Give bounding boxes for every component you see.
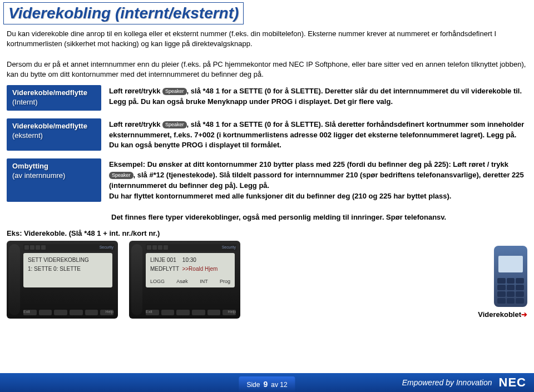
arrow-right-icon: ➔ — [521, 310, 527, 319]
section-label-ombytting: Ombytting (av internnumre) — [7, 158, 101, 201]
nec-logo: NEC — [499, 375, 526, 390]
phone2-softkeys: Exit Help — [146, 310, 236, 315]
section-body-ombytting: Eksempel: Du ønsker at ditt kontornummer… — [109, 158, 527, 201]
phone-illustration-1: Security SETT VIDEREKOBLING 1: SETTE 0: … — [7, 241, 118, 319]
phone-top-keys: Security — [146, 244, 237, 251]
footer-tagline: Empowered by Innovation — [402, 378, 492, 387]
section-ekstern: Viderekoble/medflytte (eksternt) Løft rø… — [0, 118, 534, 159]
page-title: Viderekobling (internt/eksternt) — [8, 4, 239, 22]
section-label-ekstern: Viderekoble/medflytte (eksternt) — [7, 118, 101, 151]
section-body-intern: Løft røret/trykk Speaker, slå *48 1 for … — [109, 85, 527, 111]
section-body-ekstern: Løft røret/trykk Speaker, slå *48 1 for … — [109, 118, 527, 151]
note-line: Det finnes flere typer viderekoblinger, … — [0, 210, 534, 222]
intro-text: Du kan viderekoble dine anrop til en kol… — [0, 29, 534, 85]
phone2-screen: LINJE 001 10:30 MEDFLYTT >>Roald Hjem LO… — [146, 253, 235, 287]
section-intern: Viderekoble/medflytte (Internt) Løft rør… — [0, 85, 534, 118]
phone-illustration-2: Security LINJE 001 10:30 MEDFLYTT >>Roal… — [129, 241, 240, 319]
section-ombytting: Ombytting (av internnumre) Eksempel: Du … — [0, 158, 534, 209]
page-title-bar: Viderekobling (internt/eksternt) — [3, 2, 244, 24]
phone1-softkeys: Exit Help — [23, 310, 113, 315]
speaker-key-icon: Speaker — [162, 121, 187, 128]
handset-icon — [9, 244, 20, 315]
speaker-key-icon: Speaker — [162, 88, 187, 95]
intro-p1: Du kan viderekoble dine anrop til en kol… — [7, 29, 527, 49]
example-heading: Eks: Viderekoble. (Slå *48 1 + int. nr./… — [0, 222, 534, 241]
mobile-phone-icon — [494, 246, 527, 307]
intro-p2: Dersom du er på et annet internnummer en… — [7, 59, 527, 80]
handset-icon — [131, 244, 142, 315]
mobile-col: Viderekoblet➔ — [478, 246, 527, 319]
section-label-intern: Viderekoble/medflytte (Internt) — [7, 85, 101, 111]
mobile-label: Viderekoblet➔ — [478, 310, 527, 319]
phone-top-keys: Security — [23, 244, 115, 251]
page-indicator: Side9av 12 — [239, 376, 295, 392]
footer-bar: Side9av 12 Empowered by Innovation NEC — [0, 373, 534, 392]
phones-row: Security SETT VIDEREKOBLING 1: SETTE 0: … — [0, 241, 534, 319]
speaker-key-icon: Speaker — [109, 172, 134, 179]
phone1-screen: SETT VIDEREKOBLING 1: SETTE 0: SLETTE — [23, 253, 112, 287]
